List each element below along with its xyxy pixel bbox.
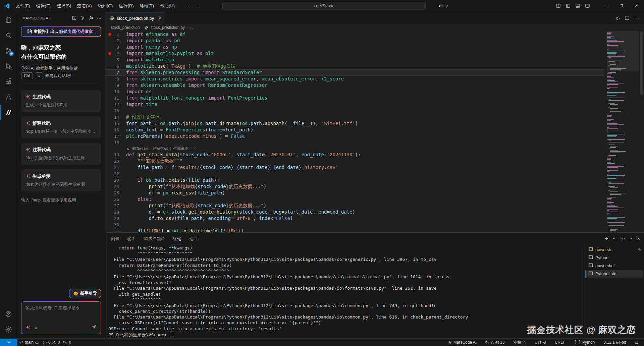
code-line-25[interactable]: 25 df = pd.read_csv(file_path) [105, 190, 604, 196]
new-chat-icon[interactable] [72, 15, 77, 20]
search-icon[interactable] [0, 27, 17, 43]
share-account-icon[interactable] [89, 15, 94, 20]
maximize-panel-icon[interactable] [629, 237, 633, 241]
chat-input[interactable]: 输入消息或者 “/” 来选择指令 # [21, 301, 101, 334]
git-branch-item[interactable]: main [17, 339, 41, 346]
testing-icon[interactable] [0, 89, 17, 105]
language-mode[interactable]: { }Python [572, 339, 596, 346]
extensions-icon[interactable] [0, 74, 17, 89]
breadcrumb-symbol[interactable]: ... [190, 25, 193, 30]
customize-layout-icon[interactable] [556, 3, 561, 8]
code-line-20[interactable]: 20 """获取股票数据""" [105, 158, 604, 164]
menu-item[interactable]: 运行(R) [116, 0, 137, 12]
codelens-close-icon[interactable]: × [194, 146, 196, 152]
more-actions-icon[interactable]: ⋯ [97, 16, 102, 20]
menu-item[interactable]: 编辑(E) [33, 0, 54, 12]
code-line-14[interactable]: 14# 设置中文字体 [105, 114, 604, 120]
menu-item[interactable]: 查看(V) [74, 0, 95, 12]
close-panel-icon[interactable]: × [637, 236, 640, 241]
forward-arrow-icon[interactable]: → [196, 3, 201, 9]
encoding[interactable]: UTF-8 [533, 339, 548, 346]
terminal-list-item[interactable]: Python [585, 254, 643, 262]
split-editor-icon[interactable] [625, 15, 630, 20]
codelens-action[interactable]: 解释代码 [132, 146, 148, 152]
breadcrumb-folder[interactable]: stock_prediction [111, 25, 140, 30]
explorer-icon[interactable] [0, 12, 17, 27]
code-line-31[interactable]: 31 df['日期'] = pd.to_datetime(df['日期']) [105, 228, 604, 232]
breadcrumb-file[interactable]: stock_prediction.py [150, 25, 185, 30]
panel-tab-终端[interactable]: 终端 [173, 233, 182, 244]
problems-item[interactable]: 0 0 [41, 339, 61, 346]
new-terminal-icon[interactable]: + [605, 237, 608, 241]
settings-gear-icon[interactable] [80, 15, 85, 20]
code-line-16[interactable]: 16custom_font = FontProperties(fname=fon… [105, 127, 604, 133]
code-line-5[interactable]: 5import matplotlib [105, 57, 604, 63]
code-line-22[interactable]: 22 [105, 171, 604, 177]
code-line-28[interactable]: 28 df = ef.stock.get_quote_history(stock… [105, 209, 604, 215]
python-interpreter[interactable]: 3.12.1 64-bit [602, 339, 628, 346]
code-editor[interactable]: 1import efinance as ef2import pandas as … [105, 31, 644, 232]
remote-indicator[interactable]: >< [0, 339, 17, 346]
annual-report-banner[interactable]: 【年度报告】出... 解锁专属代码徽章→ [21, 26, 101, 37]
eol-selector[interactable]: CRLF [553, 339, 567, 346]
code-line-26[interactable]: 26 else: [105, 196, 604, 203]
run-python-file-icon[interactable]: ▷ [616, 15, 620, 21]
marscode-status-item[interactable]: MarsCode AI [446, 339, 478, 346]
source-control-icon[interactable] [0, 43, 17, 58]
code-line-8[interactable]: 8from sklearn.metrics import mean_square… [105, 76, 604, 82]
code-line-9[interactable]: 9from sklearn.ensemble import RandomFore… [105, 82, 604, 89]
account-icon[interactable] [0, 306, 17, 322]
code-line-18[interactable]: 18 [105, 139, 604, 146]
panel-more-actions-icon[interactable]: ⋯ [620, 236, 625, 242]
marscode-ai-icon[interactable] [0, 105, 17, 120]
code-line-7[interactable]: 7from sklearn.preprocessing import Stand… [105, 69, 604, 76]
run-debug-icon[interactable] [0, 58, 17, 74]
code-line-11[interactable]: 11from matplotlib.font_manager import Fo… [105, 95, 604, 101]
command-center-search[interactable]: VScode [222, 2, 426, 10]
terminal-list-item[interactable]: Python: sto... [585, 270, 643, 278]
sparkle-icon[interactable] [25, 325, 30, 330]
restore-button[interactable] [614, 0, 629, 12]
suggestion-card-3[interactable]: 注释代码/doc 为当前选中的代码生成注释 [21, 143, 101, 165]
code-line-29[interactable]: 29 df.to_csv(file_path, encoding='utf-8'… [105, 215, 604, 222]
panel-tab-输出[interactable]: 输出 [127, 233, 136, 244]
back-arrow-icon[interactable]: ← [186, 3, 192, 9]
panel-tab-端口[interactable]: 端口 [189, 233, 198, 244]
code-line-15[interactable]: 15font_path = os.path.join(os.path.dirna… [105, 120, 604, 127]
codelens-action[interactable]: 生成单测 [173, 146, 189, 152]
indentation[interactable]: 空格: 4 [512, 339, 527, 346]
notifications-bell[interactable] [633, 339, 641, 346]
suggestion-card-1[interactable]: 生成代码生成一个冒泡排序算法 [21, 90, 101, 112]
breakpoint-icon[interactable] [108, 33, 111, 36]
menu-item[interactable]: 转到(G) [95, 0, 116, 12]
terminal-output[interactable]: return func(*args, **kwargs) ^^^^^^^^^^^… [105, 244, 583, 338]
copilot-button[interactable] [438, 3, 448, 9]
code-line-21[interactable]: 21 file_path = f'results/{stock_code}_{s… [105, 164, 604, 171]
terminal-list-item[interactable]: powershell [585, 262, 643, 270]
code-line-19[interactable]: 19def get_stock_data(stock_code='GOOGL',… [105, 152, 604, 158]
suggestion-card-2[interactable]: 解释代码/explain 解释一下当前选中函数的功... [21, 116, 101, 138]
send-icon[interactable] [91, 324, 97, 331]
editor-more-actions-icon[interactable]: ⋯ [634, 15, 639, 21]
code-line-6[interactable]: 6matplotlib.use('TkAgg') # 使用TkAgg后端 [105, 63, 604, 69]
code-line-23[interactable]: 23 if os.path.exists(file_path): [105, 177, 604, 183]
code-line-27[interactable]: 27 print(f"从网络获取{stock_code}的历史数据...") [105, 203, 604, 209]
menu-item[interactable]: 选择(S) [54, 0, 74, 12]
code-line-30[interactable]: 30 [105, 222, 604, 228]
code-line-24[interactable]: 24 print(f"从本地加载{stock_code}的历史数据...") [105, 183, 604, 190]
settings-icon[interactable] [0, 322, 17, 337]
toggle-primary-sidebar-icon[interactable] [566, 3, 571, 8]
breadcrumb[interactable]: stock_prediction › stock_prediction.py ›… [105, 24, 644, 31]
code-line-3[interactable]: 3import numpy as np [105, 44, 604, 50]
codelens-action[interactable]: 注释代码 [153, 146, 168, 152]
editor-scrollbar[interactable] [640, 31, 643, 95]
panel-tab-问题[interactable]: 问题 [111, 233, 120, 244]
terminal-list-item[interactable]: powersh...⚠ [585, 246, 643, 253]
menu-item[interactable]: 文件(F) [13, 0, 33, 12]
suggestion-card-4[interactable]: 生成单测/test 为这段选中的函数生成单测 [21, 169, 101, 191]
code-line-1[interactable]: 1import efinance as ef [105, 31, 604, 38]
code-line-13[interactable]: 13 [105, 108, 604, 114]
ports-item[interactable]: 0 [61, 339, 73, 346]
toggle-secondary-sidebar-icon[interactable] [585, 3, 590, 8]
code-line-2[interactable]: 2import pandas as pd [105, 38, 604, 44]
